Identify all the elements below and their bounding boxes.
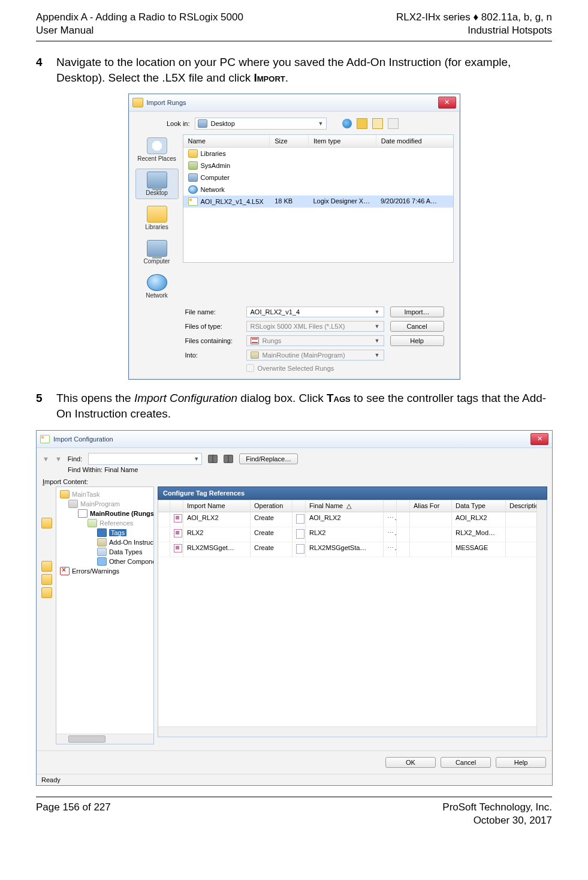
cancel-button[interactable]: Cancel (390, 321, 444, 332)
place-recent-label: Recent Places (136, 155, 178, 162)
import-rungs-dialog: Import Rungs ✕ Look in: Desktop ▼ (128, 94, 460, 380)
file-list[interactable]: Name Size Item type Date modified Librar… (183, 134, 454, 263)
file-row[interactable]: Network (183, 184, 453, 196)
file-icon (188, 149, 198, 158)
binoculars-icon[interactable] (224, 455, 233, 463)
col-type[interactable]: Item type (309, 135, 376, 147)
configure-tag-references-header: Configure Tag References (158, 486, 547, 500)
place-recent[interactable]: Recent Places (135, 134, 179, 165)
col-final-name[interactable]: Final Name △ (306, 500, 384, 512)
file-date (376, 148, 453, 160)
ok-button[interactable]: OK (385, 757, 436, 768)
cell-alias (410, 542, 452, 557)
step-5-text-c: dialog box. Click (237, 392, 327, 404)
binoculars-icon[interactable] (208, 455, 218, 463)
desktop-place-icon (147, 172, 167, 188)
nav-view-icon[interactable] (388, 118, 399, 129)
filescontaining-value: Rungs (263, 337, 282, 344)
find-input[interactable]: ▼ (88, 453, 202, 465)
dialog-titlebar: Import Rungs ✕ (129, 94, 460, 112)
tree-datatypes[interactable]: Data Types (109, 548, 142, 555)
look-in-label: Look in: (159, 120, 190, 127)
footer-right-line2: October 30, 2017 (442, 814, 552, 827)
place-computer[interactable]: Computer (135, 237, 179, 268)
place-desktop[interactable]: Desktop (135, 169, 179, 199)
chevron-down-icon: ▼ (375, 352, 380, 358)
col-date[interactable]: Date modified (376, 135, 453, 147)
nav-new-folder-icon[interactable] (372, 118, 383, 129)
ellipsis-button[interactable]: ⋯ (387, 544, 397, 551)
tree-tags[interactable]: Tags (109, 529, 126, 536)
file-row[interactable]: SysAdmin (183, 160, 453, 172)
col-import-name[interactable]: Import Name (183, 500, 251, 512)
overwrite-checkbox-input[interactable] (246, 364, 254, 372)
cell-final-name: RLX2 (306, 527, 384, 542)
places-bar: Recent Places Desktop Libraries Com (135, 134, 179, 302)
close-button[interactable]: ✕ (438, 97, 456, 109)
tree-errors[interactable]: Errors/Warnings (72, 567, 119, 575)
tree-maintask[interactable]: MainTask (72, 491, 99, 498)
nav-back-icon[interactable] (342, 119, 352, 128)
file-name: SysAdmin (201, 162, 231, 169)
file-size (270, 160, 308, 172)
tag-row[interactable]: RLX2MSGget…CreateRLX2MSGgetSta…⋯MESSAGE (158, 542, 547, 557)
dialog2-icon (40, 435, 50, 443)
place-computer-label: Computer (136, 258, 178, 265)
header-right-line2: Industrial Hotspots (396, 24, 552, 37)
network-icon (147, 274, 167, 291)
col-datatype[interactable]: Data Type (452, 500, 506, 512)
file-icon (188, 185, 198, 194)
cell-import-name: RLX2 (183, 527, 251, 542)
chevron-down-icon: ▼ (194, 456, 199, 462)
overwrite-checkbox[interactable]: Overwrite Selected Rungs (246, 364, 384, 372)
place-libraries[interactable]: Libraries (135, 203, 179, 233)
file-row[interactable]: Libraries (183, 148, 453, 160)
import-content-tree[interactable]: MainTask MainProgram MainRoutine (Rungs)… (56, 486, 154, 744)
side-icon (41, 574, 52, 585)
col-operation[interactable]: Operation (251, 500, 293, 512)
cell-datatype: MESSAGE (452, 542, 506, 557)
tree-other[interactable]: Other Components (109, 558, 154, 565)
file-size (270, 172, 308, 184)
file-type (308, 184, 376, 196)
dialog2-titlebar: Import Configuration ✕ (37, 431, 552, 448)
tree-aoi[interactable]: Add-On Instructions (109, 539, 154, 546)
tag-grid[interactable]: Import Name Operation Final Name △ Alias… (158, 500, 547, 737)
tag-row[interactable]: AOI_RLX2CreateAOI_RLX2⋯AOI_RLX2 (158, 512, 547, 527)
into-value: MainRoutine (MainProgram) (263, 352, 345, 359)
task-icon (60, 490, 70, 498)
file-list-header: Name Size Item type Date modified (183, 135, 453, 148)
file-size: 18 KB (270, 196, 308, 208)
col-alias[interactable]: Alias For (410, 500, 452, 512)
tree-mainprogram[interactable]: MainProgram (80, 500, 120, 507)
filename-field[interactable]: AOI_RLX2_v1_4 ▼ (246, 307, 384, 317)
header-left-line2: User Manual (36, 24, 243, 37)
help-button[interactable]: Help (496, 757, 546, 768)
footer-right-line1: ProSoft Technology, Inc. (442, 801, 552, 814)
grid-horizontal-scrollbar[interactable] (158, 726, 537, 737)
file-name: Libraries (201, 150, 226, 157)
nav-up-icon[interactable] (357, 118, 367, 129)
cell-final-name: AOI_RLX2 (306, 512, 384, 527)
tree-mainroutine[interactable]: MainRoutine (Rungs) (90, 510, 154, 517)
ellipsis-button[interactable]: ⋯ (387, 529, 397, 536)
grid-vertical-scrollbar[interactable] (536, 500, 547, 737)
close-button[interactable]: ✕ (530, 433, 548, 445)
file-row[interactable]: AOI_RLX2_v1_4.L5X18 KBLogix Designer X…9… (183, 196, 453, 208)
place-network[interactable]: Network (135, 271, 179, 302)
place-libraries-label: Libraries (136, 224, 178, 230)
col-name[interactable]: Name (183, 135, 270, 147)
side-icon (41, 518, 52, 528)
tree-horizontal-scrollbar[interactable] (56, 734, 153, 744)
tree-references[interactable]: References (99, 519, 133, 527)
col-size[interactable]: Size (270, 135, 309, 147)
help-button[interactable]: Help (390, 335, 444, 346)
find-replace-button[interactable]: Find/Replace… (239, 453, 298, 464)
file-date (376, 160, 453, 172)
import-button[interactable]: Import… (390, 307, 444, 317)
tag-row[interactable]: RLX2CreateRLX2⋯RLX2_Mod… (158, 527, 547, 542)
file-row[interactable]: Computer (183, 172, 453, 184)
look-in-dropdown[interactable]: Desktop ▼ (195, 118, 327, 130)
cancel-button[interactable]: Cancel (441, 757, 491, 768)
ellipsis-button[interactable]: ⋯ (387, 514, 397, 521)
